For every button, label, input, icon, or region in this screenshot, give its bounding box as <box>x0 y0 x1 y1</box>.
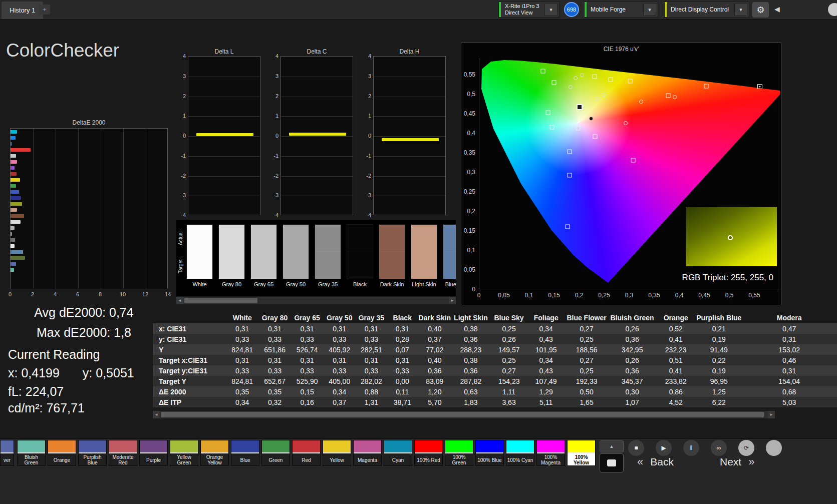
patch-button-100-yellow[interactable]: 100% Yellow <box>567 440 596 466</box>
color-ramp-inset[interactable] <box>686 207 777 266</box>
patch-label: Purplish Blue <box>79 453 106 466</box>
swatch-item[interactable]: Blue Sky <box>443 224 456 287</box>
deltae-bar <box>11 166 15 170</box>
next-button[interactable]: Next » <box>720 455 754 468</box>
table-cell: 282,51 <box>356 344 387 355</box>
swatch-label: Dark Skin <box>379 281 405 287</box>
delta-y-tick: 0 <box>173 133 186 139</box>
swatch-item[interactable]: Gray 50 <box>283 224 309 287</box>
patch-button-yellow[interactable]: Yellow <box>323 440 351 466</box>
scroll-left-icon[interactable]: ◄ <box>176 297 183 304</box>
patch-button-ver[interactable]: ver <box>0 440 14 466</box>
swatch-label: Gray 50 <box>283 281 309 287</box>
pause-button[interactable]: ‖ <box>683 439 700 456</box>
table-cell: 0,15 <box>291 386 323 397</box>
patch-button-bluish-green[interactable]: Bluish Green <box>17 440 46 466</box>
delta-y-tick: -3 <box>265 192 278 198</box>
table-cell: 0,33 <box>258 365 291 376</box>
add-tab-button[interactable]: + <box>39 5 50 15</box>
display-window-button[interactable] <box>600 453 624 472</box>
patch-button-100-red[interactable]: 100% Red <box>414 440 443 466</box>
cie-marker-circle <box>673 95 677 99</box>
patch-button-purplish-blue[interactable]: Purplish Blue <box>78 440 107 466</box>
patch-color <box>415 440 442 453</box>
chevron-down-icon[interactable]: ▾ <box>544 3 557 16</box>
meter-selector[interactable]: X-Rite i1Pro 3 Direct View ▾ <box>498 2 560 18</box>
table-cell: 0,33 <box>226 334 258 344</box>
table-cell: 96,95 <box>696 376 741 386</box>
current-fl: fL: 224,07 <box>8 384 64 399</box>
patch-button-moderate-red[interactable]: Moderate Red <box>109 440 137 466</box>
settings-gear-button[interactable]: ⚙ <box>752 2 769 18</box>
patch-button-100-green[interactable]: 100% Green <box>445 440 473 466</box>
table-cell: 0,35 <box>226 386 258 397</box>
play-button[interactable]: ▶ <box>655 439 672 456</box>
deltae-bar <box>11 208 17 212</box>
deltae-x-tick: 8 <box>99 291 102 297</box>
patch-button-100-cyan[interactable]: 100% Cyan <box>506 440 534 466</box>
back-button[interactable]: « Back <box>637 455 674 468</box>
display-control-selector[interactable]: Direct Display Control ▾ <box>664 2 749 18</box>
chevron-down-icon[interactable]: ▾ <box>734 3 747 16</box>
deltae-bar <box>11 268 14 272</box>
meter-selector-label: X-Rite i1Pro 3 Direct View <box>501 3 544 16</box>
patch-button-magenta[interactable]: Magenta <box>353 440 382 466</box>
scroll-right-icon[interactable]: ► <box>768 411 775 418</box>
scroll-right-icon[interactable]: ► <box>449 297 456 304</box>
cie-marker-square <box>704 84 709 89</box>
patch-label: Yellow <box>323 453 351 466</box>
swatch-item[interactable]: Gray 80 <box>218 224 245 287</box>
swatch-item[interactable]: Dark Skin <box>379 224 405 287</box>
swatch-item[interactable]: Gray 35 <box>315 224 341 287</box>
collapse-panel-icon[interactable]: ◀ <box>774 5 780 13</box>
continuous-button[interactable]: ∞ <box>710 439 727 456</box>
table-cell: 0,34 <box>323 386 356 397</box>
cie-marker-circle <box>639 100 643 104</box>
patch-button-red[interactable]: Red <box>292 440 321 466</box>
delta-y-tick: -2 <box>265 173 278 179</box>
patch-button-orange[interactable]: Orange <box>48 440 76 466</box>
delta-gridline <box>281 97 353 97</box>
next-label: Next <box>720 456 741 468</box>
table-cell: 0,31 <box>323 323 356 334</box>
table-cell: 0,27 <box>564 355 609 365</box>
patch-button-orange-yellow[interactable]: Orange Yellow <box>200 440 229 466</box>
scroll-thumb[interactable] <box>184 298 257 303</box>
patch-button-blue[interactable]: Blue <box>231 440 259 466</box>
swatch-color <box>250 224 277 279</box>
patch-label: 100% Green <box>445 453 473 466</box>
patch-button-purple[interactable]: Purple <box>139 440 168 466</box>
patch-button-green[interactable]: Green <box>261 440 290 466</box>
patch-button-100-magenta[interactable]: 100% Magenta <box>536 440 565 466</box>
tab-history-1[interactable]: History 1 <box>2 2 43 19</box>
extra-button[interactable] <box>765 439 782 456</box>
delta-y-tick: -1 <box>358 153 371 159</box>
swatch-item[interactable]: Gray 65 <box>250 224 277 287</box>
table-cell: 0,31 <box>258 323 291 334</box>
meter-count-badge[interactable]: 698 <box>564 2 579 17</box>
table-cell: 0,31 <box>226 355 258 365</box>
refresh-button[interactable]: ⟳ <box>738 439 755 456</box>
cie-marker-square <box>628 79 633 84</box>
expand-up-button[interactable]: ▲ <box>600 440 624 452</box>
stop-button[interactable]: ■ <box>628 439 645 456</box>
source-selector[interactable]: Mobile Forge ▾ <box>584 2 658 18</box>
patch-button-100-blue[interactable]: 100% Blue <box>475 440 504 466</box>
patch-button-cyan[interactable]: Cyan <box>384 440 412 466</box>
delta-y-tick: 2 <box>173 93 186 99</box>
table-cell: 4,52 <box>655 397 696 407</box>
table-column-header: Bluish Green <box>609 312 656 323</box>
scroll-left-icon[interactable]: ◄ <box>153 411 160 418</box>
deltae-bar <box>11 220 21 224</box>
patch-label: ver <box>1 453 14 466</box>
patch-button-yellow-green[interactable]: Yellow Green <box>170 440 198 466</box>
swatch-item[interactable]: Black <box>347 224 373 287</box>
chevron-down-icon[interactable]: ▾ <box>643 3 656 16</box>
table-scrollbar[interactable]: ◄ ► <box>153 411 775 418</box>
scroll-thumb[interactable] <box>161 412 764 417</box>
table-cell: 0,51 <box>655 355 696 365</box>
swatch-item[interactable]: Light Skin <box>411 224 437 287</box>
swatch-item[interactable]: White <box>186 224 213 287</box>
table-cell: 0,31 <box>226 323 258 334</box>
swatch-scrollbar[interactable]: ◄ ► <box>176 297 456 304</box>
